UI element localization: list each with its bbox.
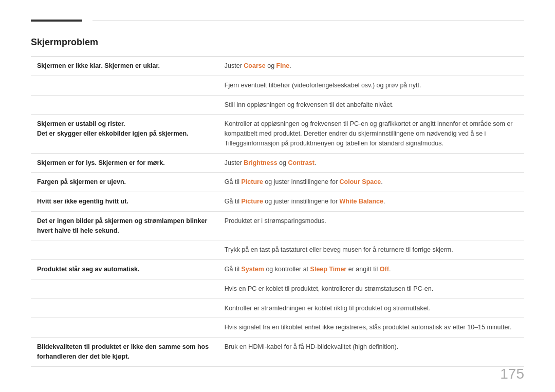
problem-description: Skjermen er for lys. Skjermen er for mør… (31, 153, 218, 173)
table-row: Hvis en PC er koblet til produktet, kont… (31, 279, 524, 298)
problem-solution: Produktet er i strømsparingsmodus. (218, 211, 524, 240)
problem-description: Produktet slår seg av automatisk. (31, 260, 218, 279)
problem-solution: Gå til Picture og juster innstillingene … (218, 173, 524, 192)
problem-solution: Hvis en PC er koblet til produktet, kont… (218, 279, 524, 298)
table-row: Fargen på skjermen er ujevn.Gå til Pictu… (31, 173, 524, 192)
page-number: 175 (500, 366, 524, 382)
problem-solution: Juster Coarse og Fine. (218, 57, 524, 76)
table-row: Still inn oppløsningen og frekvensen til… (31, 95, 524, 115)
problem-description-empty (31, 298, 218, 318)
problem-solution: Hvis signalet fra en tilkoblet enhet ikk… (218, 318, 524, 338)
table-row: Trykk på en tast på tastaturet eller bev… (31, 240, 524, 260)
table-row: Skjermen er for lys. Skjermen er for mør… (31, 153, 524, 173)
table-row: Det er ingen bilder på skjermen og strøm… (31, 211, 524, 240)
table-row: Hvis signalet fra en tilkoblet enhet ikk… (31, 318, 524, 338)
problem-description: Bildekvaliteten til produktet er ikke de… (31, 338, 218, 367)
problem-description: Skjermen er ikke klar. Skjermen er uklar… (31, 57, 218, 76)
problem-description-empty (31, 76, 218, 95)
table-row: Bildekvaliteten til produktet er ikke de… (31, 338, 524, 367)
problem-solution: Trykk på en tast på tastaturet eller bev… (218, 240, 524, 260)
content-area: Skjermproblem Skjermen er ikke klar. Skj… (0, 22, 555, 392)
table-row: Skjermen er ustabil og rister.Det er sky… (31, 115, 524, 153)
problem-solution: Fjern eventuelt tilbehør (videoforlengel… (218, 76, 524, 95)
table-row: Kontroller er strømledningen er koblet r… (31, 298, 524, 318)
problem-description: Fargen på skjermen er ujevn. (31, 173, 218, 192)
problem-solution: Gå til Picture og juster innstillingene … (218, 192, 524, 212)
table-row: Hvitt ser ikke egentlig hvitt ut.Gå til … (31, 192, 524, 212)
table-row: Produktet slår seg av automatisk.Gå til … (31, 260, 524, 279)
page-title: Skjermproblem (31, 37, 524, 48)
problem-description-empty (31, 279, 218, 298)
table-row: Skjermen er ikke klar. Skjermen er uklar… (31, 57, 524, 76)
problem-description-empty (31, 240, 218, 260)
problem-solution: Bruk en HDMI-kabel for å få HD-bildekval… (218, 338, 524, 367)
top-bar (0, 0, 555, 22)
problem-description: Det er ingen bilder på skjermen og strøm… (31, 211, 218, 240)
problem-solution: Still inn oppløsningen og frekvensen til… (218, 95, 524, 115)
problem-description-empty (31, 95, 218, 115)
problem-description: Hvitt ser ikke egentlig hvitt ut. (31, 192, 218, 212)
top-bar-accent (31, 20, 82, 22)
problem-solution: Juster Brightness og Contrast. (218, 153, 524, 173)
page-container: Skjermproblem Skjermen er ikke klar. Skj… (0, 0, 555, 392)
problem-solution: Kontroller at oppløsningen og frekvensen… (218, 115, 524, 153)
problem-solution: Gå til System og kontroller at Sleep Tim… (218, 260, 524, 279)
top-bar-line (92, 21, 524, 21)
problem-table: Skjermen er ikke klar. Skjermen er uklar… (31, 57, 524, 367)
problem-description-empty (31, 318, 218, 338)
table-row: Fjern eventuelt tilbehør (videoforlengel… (31, 76, 524, 95)
problem-description: Skjermen er ustabil og rister.Det er sky… (31, 115, 218, 153)
problem-solution: Kontroller er strømledningen er koblet r… (218, 298, 524, 318)
